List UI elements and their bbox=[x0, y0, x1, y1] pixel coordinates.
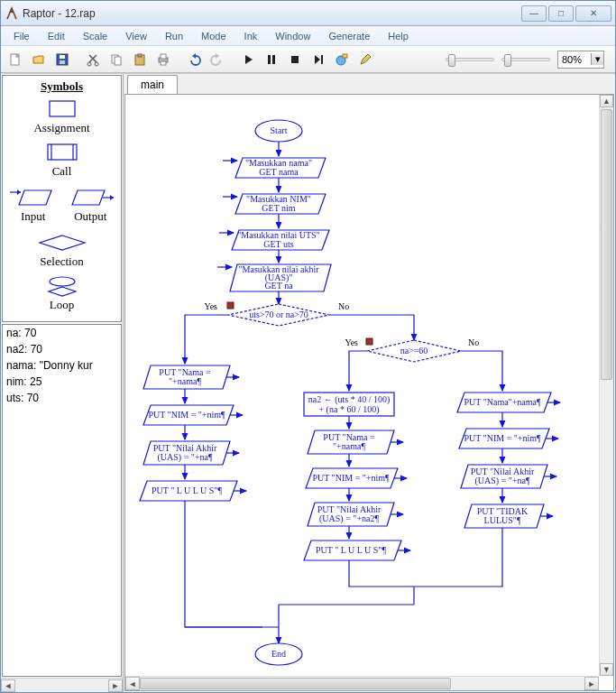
svg-text:(UAS) = "+na2¶: (UAS) = "+na2¶ bbox=[319, 513, 379, 524]
menu-edit[interactable]: Edit bbox=[41, 29, 72, 43]
close-button[interactable]: ✕ bbox=[575, 5, 611, 22]
scroll-left-icon[interactable]: ◄ bbox=[1, 679, 15, 692]
svg-marker-37 bbox=[49, 287, 76, 296]
flowchart-canvas[interactable]: Start "Masukkan nama" GET nama "Masukkan… bbox=[124, 94, 614, 691]
canvas-hscroll[interactable]: ◄ ► bbox=[125, 676, 599, 690]
svg-text:+ (na * 60 / 100): + (na * 60 / 100) bbox=[318, 404, 379, 415]
menu-window[interactable]: Window bbox=[268, 29, 317, 43]
svg-text:End: End bbox=[271, 649, 286, 659]
svg-text:(UAS) = "+na¶: (UAS) = "+na¶ bbox=[158, 452, 213, 463]
chevron-down-icon[interactable]: ▾ bbox=[591, 53, 603, 65]
tab-main[interactable]: main bbox=[127, 75, 178, 94]
svg-rect-25 bbox=[50, 101, 75, 116]
copy-button[interactable] bbox=[106, 49, 127, 70]
print-button[interactable] bbox=[152, 49, 174, 70]
save-button[interactable] bbox=[51, 49, 73, 70]
pause-button[interactable] bbox=[261, 49, 282, 70]
svg-text:GET uts: GET uts bbox=[263, 239, 294, 249]
redo-button[interactable] bbox=[207, 49, 228, 70]
svg-text:PUT "   L U L U S"¶: PUT " L U L U S"¶ bbox=[152, 485, 222, 495]
slider-thumb[interactable] bbox=[504, 54, 511, 67]
speed-slider-2[interactable] bbox=[501, 58, 550, 61]
svg-rect-9 bbox=[115, 57, 121, 65]
app-window: Raptor - 12.rap — □ ✕ File Edit Scale Vi… bbox=[0, 0, 616, 693]
svg-text:Start: Start bbox=[271, 125, 288, 135]
scroll-down-icon[interactable]: ▼ bbox=[600, 663, 613, 676]
undo-button[interactable] bbox=[183, 49, 205, 70]
svg-text:uts>70 or na>70: uts>70 or na>70 bbox=[249, 310, 308, 319]
svg-marker-16 bbox=[216, 53, 219, 59]
symbol-input[interactable]: Input bbox=[5, 186, 62, 224]
svg-rect-20 bbox=[291, 56, 299, 63]
symbol-output[interactable]: Output bbox=[62, 186, 120, 224]
zoom-select[interactable]: 80% ▾ bbox=[557, 51, 604, 69]
symbol-assignment[interactable]: Assignment bbox=[5, 97, 119, 135]
slider-thumb[interactable] bbox=[448, 54, 455, 67]
symbol-selection[interactable]: Selection bbox=[5, 231, 119, 269]
variable-row[interactable]: na: 70 bbox=[3, 325, 121, 341]
svg-marker-15 bbox=[192, 53, 196, 59]
svg-rect-22 bbox=[321, 55, 323, 64]
step-button[interactable] bbox=[308, 49, 329, 70]
svg-point-36 bbox=[50, 277, 75, 286]
menu-scale[interactable]: Scale bbox=[76, 29, 115, 43]
svg-text:LULUS"¶: LULUS"¶ bbox=[484, 515, 521, 525]
pen-button[interactable] bbox=[354, 49, 376, 70]
sidebar: Symbols Assignment Call Input bbox=[1, 74, 124, 692]
svg-rect-5 bbox=[60, 60, 65, 64]
svg-text:PUT "NIM = "+nim¶: PUT "NIM = "+nim¶ bbox=[148, 410, 225, 420]
main-area: main Start "Masukkan nama" GET nama bbox=[124, 74, 615, 692]
variable-row[interactable]: uts: 70 bbox=[3, 390, 121, 406]
speed-slider-1[interactable] bbox=[446, 58, 494, 61]
scroll-right-icon[interactable]: ► bbox=[584, 677, 599, 690]
paste-button[interactable] bbox=[129, 49, 151, 70]
menu-ink[interactable]: Ink bbox=[237, 29, 265, 43]
menu-run[interactable]: Run bbox=[158, 29, 190, 43]
hscroll-thumb[interactable] bbox=[140, 678, 451, 689]
svg-rect-14 bbox=[161, 61, 166, 65]
svg-text:"+nama¶: "+nama¶ bbox=[333, 441, 365, 451]
scroll-up-icon[interactable]: ▲ bbox=[600, 95, 613, 107]
canvas-vscroll[interactable]: ▲ ▼ bbox=[599, 95, 613, 676]
maximize-button[interactable]: □ bbox=[548, 5, 574, 22]
menu-generate[interactable]: Generate bbox=[321, 29, 377, 43]
svg-text:PUT "   L U L U S"¶: PUT " L U L U S"¶ bbox=[316, 545, 386, 555]
svg-rect-18 bbox=[268, 55, 271, 64]
variable-list[interactable]: na: 70 na2: 70 nama: "Donny kur nim: 25 … bbox=[2, 324, 122, 677]
cut-button[interactable] bbox=[82, 49, 104, 70]
svg-marker-17 bbox=[245, 55, 253, 64]
symbol-palette: Symbols Assignment Call Input bbox=[2, 75, 122, 322]
variable-row[interactable]: na2: 70 bbox=[3, 341, 121, 357]
zoom-value: 80% bbox=[558, 54, 591, 65]
menu-help[interactable]: Help bbox=[381, 29, 416, 43]
variable-row[interactable]: nim: 25 bbox=[3, 374, 121, 390]
svg-rect-13 bbox=[161, 54, 166, 59]
svg-text:"+nama¶: "+nama¶ bbox=[169, 376, 201, 386]
svg-rect-26 bbox=[48, 144, 77, 160]
menu-view[interactable]: View bbox=[118, 29, 154, 43]
stop-button[interactable] bbox=[284, 49, 306, 70]
new-button[interactable] bbox=[5, 49, 26, 70]
breakpoint-button[interactable] bbox=[331, 49, 353, 70]
svg-text:Yes: Yes bbox=[345, 337, 358, 347]
symbol-call[interactable]: Call bbox=[5, 141, 119, 179]
open-button[interactable] bbox=[28, 49, 50, 70]
svg-point-6 bbox=[87, 62, 91, 66]
svg-text:PUT "NIM = "+nim¶: PUT "NIM = "+nim¶ bbox=[312, 473, 390, 483]
svg-rect-11 bbox=[138, 54, 142, 57]
symbol-loop[interactable]: Loop bbox=[5, 274, 119, 312]
menu-file[interactable]: File bbox=[6, 29, 37, 43]
sidebar-hscroll[interactable]: ◄ ► bbox=[1, 678, 123, 692]
svg-text:GET na: GET na bbox=[264, 281, 293, 291]
svg-text:GET nama: GET nama bbox=[259, 167, 299, 177]
minimize-button[interactable]: — bbox=[521, 5, 547, 22]
variable-row[interactable]: nama: "Donny kur bbox=[3, 357, 121, 374]
scroll-right-icon[interactable]: ► bbox=[108, 679, 123, 692]
scroll-left-icon[interactable]: ◄ bbox=[125, 677, 140, 690]
play-button[interactable] bbox=[237, 49, 259, 70]
vscroll-thumb[interactable] bbox=[601, 109, 612, 380]
titlebar[interactable]: Raptor - 12.rap — □ ✕ bbox=[1, 1, 615, 26]
svg-marker-32 bbox=[72, 190, 105, 205]
menu-mode[interactable]: Mode bbox=[194, 29, 234, 43]
flowchart-svg: Start "Masukkan nama" GET nama "Masukkan… bbox=[125, 95, 603, 690]
